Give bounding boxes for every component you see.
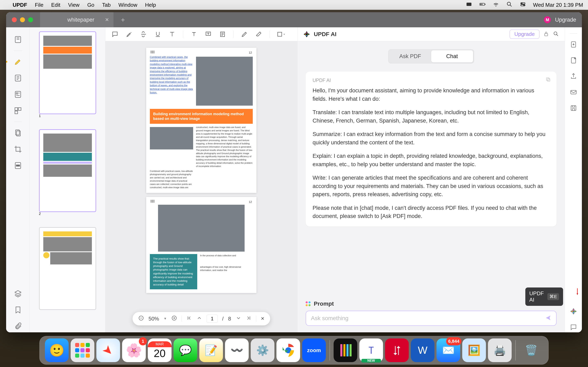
last-page-button[interactable] [246, 315, 251, 322]
wifi-icon[interactable] [493, 1, 499, 9]
doc-body-text: Combined with practical cases, low-altit… [150, 170, 193, 189]
underline-tool-icon[interactable] [153, 30, 163, 39]
document-tab[interactable]: whitepaper ✕ [40, 12, 113, 27]
document-canvas[interactable]: ▾ 12 Combined with practical cases, the … [105, 27, 297, 332]
dock-messages-icon[interactable]: 💬 [173, 338, 197, 362]
right-tool-rail: UPDF AI ⌘E [565, 27, 582, 332]
zoom-dropdown-icon[interactable]: ▼ [164, 317, 167, 320]
user-avatar[interactable]: M [544, 16, 551, 23]
email-icon[interactable] [568, 87, 579, 97]
redact-tool-icon[interactable] [12, 159, 24, 172]
tooltip-text: UPDF AI [529, 290, 544, 303]
search-icon[interactable] [553, 31, 559, 38]
send-icon[interactable] [545, 315, 551, 322]
prev-page-button[interactable] [196, 315, 202, 322]
dock-chrome-icon[interactable] [277, 338, 300, 362]
battery-icon[interactable] [479, 1, 486, 9]
layers-icon[interactable] [12, 287, 24, 300]
export-icon[interactable] [568, 39, 579, 50]
strikethrough-tool-icon[interactable] [139, 30, 148, 39]
form-tool-icon[interactable] [12, 88, 24, 100]
dock-mail-icon[interactable]: ✉️6,844 [437, 338, 460, 362]
dock-photos-icon[interactable]: 🌸1 [122, 338, 146, 362]
ai-upgrade-button[interactable]: Upgrade [510, 30, 539, 39]
shape-tool-icon[interactable]: ▾ [276, 30, 285, 39]
save-icon[interactable] [568, 103, 579, 113]
convert-icon[interactable] [568, 55, 579, 66]
menu-go[interactable]: Go [87, 2, 94, 8]
menu-tab[interactable]: Tab [102, 2, 111, 8]
dock-launchpad-icon[interactable] [71, 338, 94, 362]
page-tools-icon[interactable] [12, 127, 24, 139]
dock-safari-icon[interactable]: ➤ [96, 338, 120, 362]
ai-chat-input[interactable] [311, 315, 542, 322]
dock-zoom-icon[interactable]: zoom [302, 338, 326, 362]
page-thumbnail[interactable] [39, 227, 96, 310]
app-name[interactable]: UPDF [13, 2, 27, 8]
fullscreen-window-button[interactable] [28, 17, 33, 22]
zoom-in-button[interactable] [171, 315, 177, 322]
close-tab-icon[interactable]: ✕ [105, 17, 109, 23]
menu-edit[interactable]: Edit [51, 2, 61, 8]
updf-ai-toggle-icon[interactable] [568, 306, 579, 317]
minimize-window-button[interactable] [20, 17, 25, 22]
page-number-label: 12 [249, 50, 252, 55]
attachment-icon[interactable] [12, 320, 24, 332]
highlighter-tool-icon[interactable] [125, 30, 134, 39]
dock-calendar-icon[interactable]: MAR20 [148, 338, 172, 362]
prompt-chip[interactable]: Prompt [306, 300, 557, 307]
reader-tool-icon[interactable] [12, 33, 24, 46]
dock-preview-icon[interactable]: 🖼️ [462, 338, 486, 362]
callout-tool-icon[interactable] [204, 30, 213, 39]
bookmark-icon[interactable] [12, 304, 24, 316]
menu-help[interactable]: Help [145, 2, 156, 8]
dock-teams-icon[interactable]: ＴNEW [359, 338, 383, 362]
crop-tool-icon[interactable] [12, 143, 24, 155]
close-window-button[interactable] [12, 17, 17, 22]
page-number-input[interactable] [207, 315, 218, 323]
lock-icon[interactable] [543, 31, 549, 38]
organize-tool-icon[interactable] [12, 105, 24, 117]
zoom-level[interactable]: 50% [148, 316, 159, 322]
copy-icon[interactable] [545, 77, 551, 83]
dock-word-icon[interactable]: W [411, 338, 434, 362]
annotate-tool-icon[interactable] [12, 56, 24, 68]
dock-updf-icon[interactable] [334, 338, 357, 362]
next-page-button[interactable] [236, 315, 241, 322]
menu-view[interactable]: View [68, 2, 80, 8]
comment-tool-icon[interactable] [110, 30, 120, 39]
pencil-tool-icon[interactable] [240, 30, 249, 39]
page-thumbnail[interactable] [39, 129, 96, 212]
menu-window[interactable]: Window [118, 2, 137, 8]
dock-notes-icon[interactable]: 📝 [199, 338, 223, 362]
menu-file[interactable]: File [35, 2, 43, 8]
page-thumbnail[interactable] [39, 31, 96, 114]
dock-settings-icon[interactable]: ⚙️ [251, 338, 274, 362]
chat-tab[interactable]: Chat [431, 50, 473, 62]
first-page-button[interactable] [186, 315, 192, 322]
dock-freeform-icon[interactable]: 〰️ [225, 338, 249, 362]
share-icon[interactable] [568, 71, 579, 81]
upgrade-link[interactable]: Upgrade [555, 17, 576, 23]
note-tool-icon[interactable] [218, 30, 227, 39]
close-zoom-bar-icon[interactable]: ✕ [261, 316, 264, 321]
macos-dock: 🙂 ➤ 🌸1 MAR20 💬 📝 〰️ ⚙️ zoom ＴNEW ⮃ W ✉️6… [39, 336, 549, 365]
dock-trash-icon[interactable]: 🗑️ [519, 338, 543, 362]
text-tool-icon[interactable] [167, 30, 177, 39]
zoom-out-button[interactable] [138, 315, 144, 322]
tray-app-icon[interactable] [466, 1, 472, 9]
dock-printer-icon[interactable]: 🖨️ [488, 338, 512, 362]
dock-finder-icon[interactable]: 🙂 [45, 338, 69, 362]
eraser-tool-icon[interactable] [254, 30, 263, 39]
comments-panel-icon[interactable] [568, 322, 579, 332]
edit-text-tool-icon[interactable] [12, 72, 24, 84]
ai-message-text: Explain: I can explain a topic in depth,… [312, 152, 550, 168]
menubar-clock[interactable]: Wed Mar 20 1:39 PM [533, 2, 583, 8]
spotlight-icon[interactable] [506, 1, 513, 9]
new-tab-button[interactable]: ＋ [120, 15, 126, 24]
dock-acrobat-icon[interactable]: ⮃ [385, 338, 409, 362]
svg-rect-0 [467, 3, 471, 6]
ask-pdf-tab[interactable]: Ask PDF [389, 50, 431, 62]
control-center-icon[interactable] [520, 1, 526, 9]
text-box-tool-icon[interactable] [189, 30, 199, 39]
